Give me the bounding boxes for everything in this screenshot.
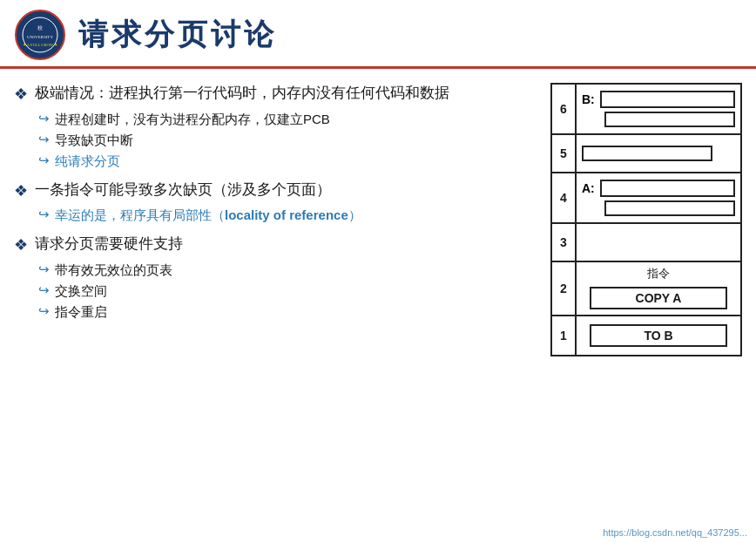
sub-bullet-3b: ↪ 交换空间	[38, 282, 519, 300]
page-title: 请求分页讨论	[78, 15, 277, 55]
bullet-1-text: 极端情况：进程执行第一行代码时，内存内没有任何代码和数据	[35, 83, 449, 105]
row-content-4: A:	[577, 176, 740, 220]
a-label: A:	[582, 181, 595, 195]
diagram-row-6: 6 B:	[552, 85, 740, 135]
row-label-1: 1	[552, 316, 577, 355]
sub-bullets-3: ↪ 带有效无效位的页表 ↪ 交换空间 ↪ 指令重启	[38, 261, 519, 323]
arrow-icon-3b: ↪	[38, 282, 50, 298]
diagram-row-3: 3	[552, 224, 740, 262]
sub-bullet-1b: ↪ 导致缺页中断	[38, 131, 519, 149]
arrow-icon-3c: ↪	[38, 303, 50, 319]
left-panel: ❖ 极端情况：进程执行第一行代码时，内存内没有任何代码和数据 ↪ 进程创建时，没…	[14, 79, 519, 533]
bullet-2-text: 一条指令可能导致多次缺页（涉及多个页面）	[35, 180, 331, 201]
right-panel: 6 B: 5	[533, 79, 742, 533]
diagram-row-4: 4 A:	[552, 173, 740, 224]
logo: 校 UNIVERSITY ✦ A FULL GROW ✦	[14, 9, 66, 61]
diamond-icon-3: ❖	[14, 235, 28, 255]
sub-text-2a: 幸运的是，程序具有局部性（locality of reference）	[55, 206, 361, 224]
diagram-row-2: 2 指令 COPY A	[552, 262, 740, 316]
arrow-icon-1b: ↪	[38, 132, 50, 147]
sub-bullets-1: ↪ 进程创建时，没有为进程分配内存，仅建立PCB ↪ 导致缺页中断 ↪ 纯请求分…	[38, 110, 519, 173]
row5-box	[582, 146, 712, 161]
svg-text:✦ A FULL GROW ✦: ✦ A FULL GROW ✦	[23, 43, 57, 47]
slide: 校 UNIVERSITY ✦ A FULL GROW ✦ 请求分页讨论 ❖ 极端…	[0, 0, 756, 543]
bold-text-2a: locality of reference	[225, 207, 348, 222]
content-area: ❖ 极端情况：进程执行第一行代码时，内存内没有任何代码和数据 ↪ 进程创建时，没…	[0, 69, 756, 533]
sub-text-1a: 进程创建时，没有为进程分配内存，仅建立PCB	[55, 110, 330, 128]
row-content-1: TO B	[577, 319, 740, 352]
sub-bullet-2a: ↪ 幸运的是，程序具有局部性（locality of reference）	[38, 206, 519, 224]
row-label-3: 3	[552, 224, 577, 261]
sub-text-1c: 纯请求分页	[55, 152, 120, 170]
row-label-5: 5	[552, 135, 577, 172]
sub-bullet-1c: ↪ 纯请求分页	[38, 152, 519, 170]
arrow-icon-1c: ↪	[38, 153, 50, 168]
bullet-1: ❖ 极端情况：进程执行第一行代码时，内存内没有任何代码和数据	[14, 83, 519, 105]
row-content-6: B:	[577, 87, 740, 131]
diamond-icon-2: ❖	[14, 181, 28, 200]
watermark: https://blog.csdn.net/qq_437295...	[603, 527, 747, 538]
arrow-icon-3a: ↪	[38, 261, 50, 277]
memory-diagram: 6 B: 5	[550, 83, 742, 356]
sub-text-3b: 交换空间	[55, 282, 107, 300]
sub-bullet-3c: ↪ 指令重启	[38, 302, 519, 321]
diamond-icon-1: ❖	[14, 85, 28, 104]
sub-bullets-2: ↪ 幸运的是，程序具有局部性（locality of reference）	[38, 206, 519, 227]
to-b-box: TO B	[590, 324, 727, 347]
row-content-5	[577, 142, 740, 165]
header: 校 UNIVERSITY ✦ A FULL GROW ✦ 请求分页讨论	[0, 0, 756, 69]
bullet-3-text: 请求分页需要硬件支持	[35, 234, 183, 255]
svg-text:校: 校	[37, 25, 43, 31]
row-label-4: 4	[552, 173, 577, 222]
arrow-icon-2a: ↪	[38, 207, 50, 222]
sub-text-3c: 指令重启	[55, 302, 107, 321]
row-label-2: 2	[552, 262, 577, 315]
sub-text-1b: 导致缺页中断	[55, 131, 133, 149]
row-content-2: 指令 COPY A	[577, 262, 740, 315]
bullet-3: ❖ 请求分页需要硬件支持	[14, 234, 519, 255]
sub-text-3a: 带有效无效位的页表	[55, 261, 172, 279]
copy-a-box: COPY A	[590, 287, 727, 309]
b-label: B:	[582, 92, 595, 106]
sub-bullet-3a: ↪ 带有效无效位的页表	[38, 261, 519, 279]
row-content-3	[577, 239, 740, 246]
command-label: 指令	[582, 266, 735, 282]
b-box-1	[600, 91, 735, 108]
diagram-row-1: 1 TO B	[552, 316, 740, 355]
b-box-2	[604, 112, 735, 127]
bullet-2: ❖ 一条指令可能导致多次缺页（涉及多个页面）	[14, 180, 519, 201]
sub-bullet-1a: ↪ 进程创建时，没有为进程分配内存，仅建立PCB	[38, 110, 519, 128]
diagram-row-5: 5	[552, 135, 740, 173]
row-label-6: 6	[552, 85, 577, 133]
svg-text:UNIVERSITY: UNIVERSITY	[27, 35, 53, 39]
arrow-icon-1a: ↪	[38, 111, 50, 126]
a-box-2	[604, 200, 735, 216]
a-box-1	[600, 180, 735, 197]
